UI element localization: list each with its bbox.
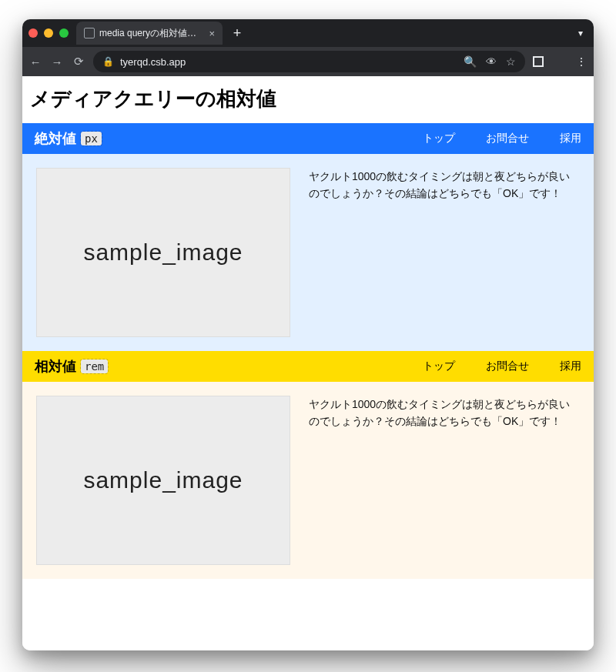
lock-icon: 🔒 (102, 56, 114, 67)
minimize-window-icon[interactable] (44, 28, 53, 38)
nav-link-top[interactable]: トップ (423, 359, 455, 373)
page-content: メディアクエリーの相対値 絶対値 px トップ お問合せ 採用 sample_i… (22, 76, 594, 650)
eye-off-icon[interactable]: 👁 (486, 55, 497, 68)
tab-strip: media queryの相対値実装サンプ × + ▾ (22, 19, 594, 47)
section-header-absolute: 絶対値 px トップ お問合せ 採用 (22, 123, 594, 154)
sample-image-text: sample_image (83, 467, 243, 493)
back-icon[interactable]: ← (28, 55, 42, 69)
nav-link-contact[interactable]: お問合せ (486, 359, 529, 373)
url-text: tyerqd.csb.app (120, 56, 186, 68)
sample-image-text: sample_image (83, 239, 243, 266)
nav-links-relative: トップ お問合せ 採用 (423, 359, 581, 373)
close-tab-icon[interactable]: × (209, 28, 215, 39)
browser-tab[interactable]: media queryの相対値実装サンプ × (76, 22, 223, 45)
section-header-relative: 相対値 rem トップ お問合せ 採用 (22, 351, 594, 382)
section-body-text-absolute: ヤクルト1000の飲むタイミングは朝と夜どちらが良いのでしょうか？その結論はどち… (309, 168, 580, 202)
menu-icon[interactable]: ⋮ (576, 55, 588, 68)
browser-window: media queryの相対値実装サンプ × + ▾ ← → ⟳ 🔒 tyerq… (22, 19, 594, 650)
sample-image-placeholder: sample_image (36, 168, 290, 337)
star-icon[interactable]: ☆ (506, 55, 516, 68)
browser-toolbar: ← → ⟳ 🔒 tyerqd.csb.app 🔍 👁 ☆ ⋮ (22, 47, 594, 76)
section-body-absolute: sample_image ヤクルト1000の飲むタイミングは朝と夜どちらが良いの… (22, 154, 594, 351)
section-body-relative: sample_image ヤクルト1000の飲むタイミングは朝と夜どちらが良いの… (22, 382, 594, 579)
reload-icon[interactable]: ⟳ (72, 55, 85, 69)
nav-link-top[interactable]: トップ (423, 132, 455, 145)
nav-link-recruit[interactable]: 採用 (560, 132, 581, 145)
address-bar-icons: 🔍 👁 ☆ (464, 55, 516, 68)
unit-chip-rem: rem (81, 359, 108, 373)
search-icon[interactable]: 🔍 (464, 55, 477, 68)
page-title: メディアクエリーの相対値 (22, 76, 594, 123)
window-controls (28, 28, 69, 38)
nav-links-absolute: トップ お問合せ 採用 (423, 132, 581, 145)
extensions-icon[interactable] (533, 56, 544, 67)
nav-link-recruit[interactable]: 採用 (560, 359, 581, 373)
maximize-window-icon[interactable] (59, 28, 69, 38)
tab-title: media queryの相対値実装サンプ (99, 27, 204, 40)
section-body-text-relative: ヤクルト1000の飲むタイミングは朝と夜どちらが良いのでしょうか？その結論はどち… (309, 396, 580, 430)
favicon-icon (84, 28, 95, 38)
address-bar[interactable]: 🔒 tyerqd.csb.app 🔍 👁 ☆ (93, 51, 525, 72)
forward-icon[interactable]: → (50, 55, 64, 69)
unit-chip-px: px (81, 132, 102, 145)
new-tab-button[interactable]: + (227, 23, 247, 43)
section-label-relative: 相対値 (35, 357, 76, 376)
close-window-icon[interactable] (28, 28, 38, 38)
chevron-down-icon[interactable]: ▾ (574, 28, 588, 38)
sample-image-placeholder: sample_image (36, 396, 290, 565)
section-label-absolute: 絶対値 (35, 129, 76, 148)
nav-link-contact[interactable]: お問合せ (486, 132, 529, 145)
